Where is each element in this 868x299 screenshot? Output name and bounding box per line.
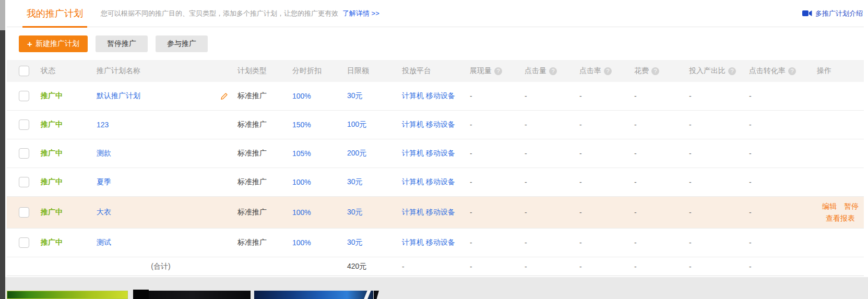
footer-dash-cell: - bbox=[396, 262, 463, 271]
taskbar-thumbnail-green[interactable] bbox=[7, 291, 128, 299]
footer-dash: - bbox=[525, 262, 527, 271]
clicks-cell: - bbox=[518, 149, 573, 158]
roi-cell: - bbox=[683, 208, 743, 217]
campaign-name-link[interactable]: 默认推广计划 bbox=[97, 91, 140, 101]
select-all-checkbox[interactable] bbox=[19, 66, 29, 76]
main-content: 我的推广计划 您可以根据不同的推广目的、宝贝类型，添加多个推广计划，让您的推广更… bbox=[7, 0, 864, 276]
help-icon[interactable]: ? bbox=[494, 67, 502, 75]
column-label-2: 计划类型 bbox=[237, 66, 267, 76]
join-promotion-button[interactable]: 参与推广 bbox=[156, 35, 208, 52]
roi-cell: - bbox=[683, 149, 743, 158]
campaign-table: 状态推广计划名称计划类型分时折扣日限额投放平台展现量?点击量?点击率?花费?投入… bbox=[7, 60, 864, 276]
clicks-cell: - bbox=[518, 208, 573, 217]
discount-link[interactable]: 100% bbox=[292, 238, 311, 247]
edit-action[interactable]: 编辑 bbox=[822, 200, 837, 212]
tab-my-campaigns[interactable]: 我的推广计划 bbox=[22, 0, 87, 27]
discount-link[interactable]: 100% bbox=[292, 208, 311, 217]
taskbar-thumbnail-dark[interactable] bbox=[133, 291, 251, 299]
help-icon[interactable]: ? bbox=[549, 67, 557, 75]
impressions-value: - bbox=[470, 92, 472, 100]
platform-link-cell: 计算机 移动设备 bbox=[396, 120, 463, 129]
pause-action[interactable]: 暂停 bbox=[844, 200, 859, 212]
campaign-name-link[interactable]: 夏季 bbox=[97, 177, 111, 187]
table-row: 推广中123标准推广150%100元计算机 移动设备------ bbox=[7, 111, 864, 139]
video-link-label: 多推广计划介绍 bbox=[815, 9, 863, 18]
status-cell: 推广中 bbox=[35, 208, 90, 217]
platform-link[interactable]: 计算机 移动设备 bbox=[402, 208, 455, 217]
row-checkbox[interactable] bbox=[19, 119, 29, 130]
header-cell: 日限额 bbox=[341, 66, 396, 76]
actions-cell: 编辑暂停查看报表 bbox=[811, 200, 864, 224]
daily-limit-link[interactable]: 30元 bbox=[347, 177, 363, 187]
platform-link[interactable]: 计算机 移动设备 bbox=[402, 238, 455, 247]
daily-limit-link[interactable]: 30元 bbox=[347, 208, 363, 217]
taskbar-thumbnail-blue[interactable] bbox=[254, 291, 373, 299]
help-icon[interactable]: ? bbox=[788, 67, 796, 75]
help-icon[interactable]: ? bbox=[651, 67, 659, 75]
edit-pencil-icon[interactable] bbox=[220, 92, 228, 100]
status-badge: 推广中 bbox=[41, 91, 63, 101]
status-badge: 推广中 bbox=[41, 238, 63, 247]
status-badge: 推广中 bbox=[41, 120, 63, 129]
status-cell: 推广中 bbox=[35, 177, 90, 187]
new-campaign-button[interactable]: + 新建推广计划 bbox=[19, 35, 88, 52]
roi-cell: - bbox=[683, 178, 743, 186]
cost-cell: - bbox=[628, 149, 683, 158]
platform-link[interactable]: 计算机 移动设备 bbox=[402, 120, 455, 129]
platform-link[interactable]: 计算机 移动设备 bbox=[402, 149, 455, 158]
platform-link[interactable]: 计算机 移动设备 bbox=[402, 177, 455, 187]
column-label-6: 展现量 bbox=[470, 66, 492, 76]
column-label-11: 点击转化率 bbox=[749, 66, 786, 76]
footer-dash-cell: - bbox=[743, 262, 811, 271]
column-label-1: 推广计划名称 bbox=[97, 66, 140, 76]
status-cell: 推广中 bbox=[35, 91, 90, 101]
roi-cell: - bbox=[683, 238, 743, 247]
checkbox-cell bbox=[7, 91, 35, 101]
cvr-cell: - bbox=[743, 121, 811, 129]
campaign-name-link[interactable]: 测试 bbox=[97, 238, 111, 247]
view-report-action[interactable]: 查看报表 bbox=[826, 212, 855, 224]
campaign-name-link[interactable]: 测款 bbox=[97, 149, 111, 158]
cost-cell: - bbox=[628, 238, 683, 247]
multi-campaign-intro-link[interactable]: 多推广计划介绍 bbox=[802, 9, 863, 18]
footer-dash: - bbox=[749, 262, 752, 271]
column-label-0: 状态 bbox=[41, 66, 55, 76]
cvr-value: - bbox=[749, 208, 752, 217]
footer-dash: - bbox=[402, 262, 405, 271]
help-icon[interactable]: ? bbox=[728, 67, 736, 75]
name-cell: 夏季 bbox=[90, 177, 231, 187]
campaign-name-link[interactable]: 123 bbox=[97, 121, 109, 129]
row-checkbox[interactable] bbox=[19, 207, 29, 218]
learn-more-link[interactable]: 了解详情 >> bbox=[342, 9, 379, 18]
row-checkbox[interactable] bbox=[19, 177, 29, 187]
discount-link[interactable]: 105% bbox=[292, 149, 311, 158]
cost-value: - bbox=[634, 92, 637, 100]
help-icon[interactable]: ? bbox=[604, 67, 612, 75]
left-scrollbar-thumb[interactable] bbox=[0, 30, 5, 299]
row-checkbox[interactable] bbox=[19, 91, 29, 101]
plan-type-cell: 标准推广 bbox=[231, 91, 286, 101]
tab-label: 我的推广计划 bbox=[27, 7, 83, 20]
left-scrollbar[interactable] bbox=[0, 0, 5, 299]
daily-limit-link[interactable]: 100元 bbox=[347, 120, 366, 129]
daily-limit-link[interactable]: 30元 bbox=[347, 238, 363, 247]
discount-link[interactable]: 150% bbox=[292, 121, 311, 129]
pause-promotion-button[interactable]: 暂停推广 bbox=[96, 35, 148, 52]
discount-link[interactable]: 100% bbox=[292, 92, 311, 100]
clicks-value: - bbox=[525, 178, 527, 186]
ctr-cell: - bbox=[573, 92, 628, 100]
discount-link[interactable]: 100% bbox=[292, 178, 311, 186]
roi-value: - bbox=[689, 149, 692, 158]
daily-limit-link[interactable]: 30元 bbox=[347, 91, 363, 101]
platform-link[interactable]: 计算机 移动设备 bbox=[402, 91, 455, 101]
campaign-name-link[interactable]: 大衣 bbox=[97, 208, 111, 217]
toolbar: + 新建推广计划 暂停推广 参与推广 bbox=[19, 35, 864, 52]
plan-type-cell: 标准推广 bbox=[231, 208, 286, 217]
discount-link-cell: 100% bbox=[286, 238, 341, 247]
row-checkbox[interactable] bbox=[19, 148, 29, 159]
row-checkbox[interactable] bbox=[19, 237, 29, 248]
plan-type-cell: 标准推广 bbox=[231, 177, 286, 187]
status-badge: 推广中 bbox=[41, 149, 63, 158]
clicks-value: - bbox=[525, 238, 527, 247]
daily-limit-link[interactable]: 200元 bbox=[347, 149, 366, 158]
